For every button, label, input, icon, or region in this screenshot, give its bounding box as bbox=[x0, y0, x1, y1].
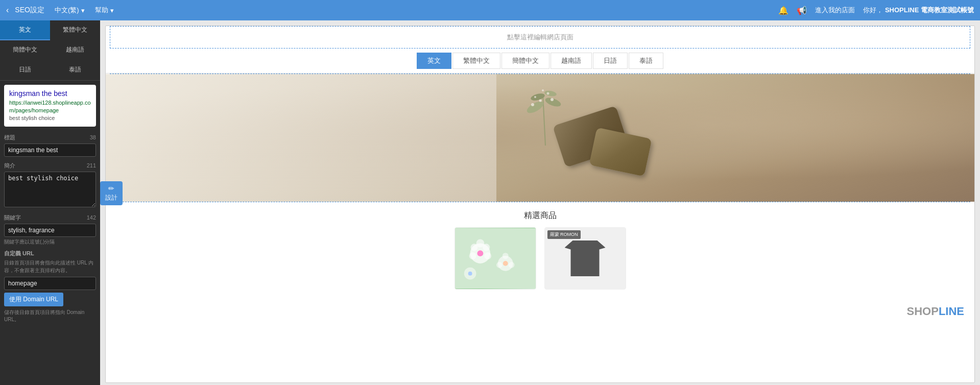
design-button[interactable]: ✏ 設計 bbox=[100, 181, 123, 205]
url-hint: 目錄首頁項目將會指向此描述性 URL 內容，不會跟著主頁排程內容。 bbox=[4, 259, 96, 274]
main-layout: 英文 繁體中文 簡體中文 越南語 日語 泰語 kingsman the best… bbox=[0, 20, 980, 385]
lang-tabs: 英文 繁體中文 簡體中文 越南語 日語 泰語 bbox=[0, 20, 100, 81]
page-title: SEO設定 bbox=[15, 6, 44, 15]
topbar-nav-help-label: 幫助 bbox=[95, 6, 108, 15]
keyword-input[interactable] bbox=[4, 224, 96, 237]
svg-point-21 bbox=[496, 262, 502, 268]
pencil-icon: ✏ bbox=[108, 184, 114, 192]
svg-point-17 bbox=[483, 244, 490, 251]
sidebar-lang-tab-th[interactable]: 泰語 bbox=[50, 60, 100, 80]
svg-point-5 bbox=[531, 103, 534, 106]
product-img-flowers bbox=[455, 228, 536, 289]
product-badge: 羅蒙 ROMON bbox=[547, 230, 581, 239]
topbar-nav-lang[interactable]: 中文(繁) ▾ bbox=[55, 6, 85, 15]
sidebar-lang-tab-vi[interactable]: 越南語 bbox=[50, 40, 100, 60]
svg-point-16 bbox=[470, 244, 477, 251]
preview-lang-tab-vi[interactable]: 越南語 bbox=[551, 53, 592, 69]
keyword-count: 142 bbox=[87, 214, 96, 221]
svg-point-8 bbox=[551, 98, 554, 101]
topbar-right: 🔔 📢 進入我的店面 你好， SHOPLINE 電商教室測試帳號 bbox=[778, 6, 974, 15]
title-section: 標題 38 bbox=[0, 131, 100, 159]
domain-note: 儲存後目錄首頁項目將指向 Domain URL。 bbox=[4, 309, 96, 323]
desc-section: 簡介 211 best stylish choice bbox=[0, 159, 100, 211]
flowers-svg bbox=[455, 228, 536, 289]
preview-lang-tab-ja[interactable]: 日語 bbox=[593, 53, 628, 69]
desc-count: 211 bbox=[87, 162, 96, 169]
svg-point-14 bbox=[469, 252, 476, 259]
svg-point-2 bbox=[544, 96, 562, 108]
svg-rect-11 bbox=[455, 228, 536, 289]
svg-point-1 bbox=[525, 99, 545, 115]
sidebar-lang-tab-ja[interactable]: 日語 bbox=[0, 60, 50, 80]
svg-point-22 bbox=[508, 262, 514, 268]
svg-point-25 bbox=[468, 272, 472, 276]
featured-section-title: 精選商品 bbox=[106, 202, 974, 227]
title-input[interactable] bbox=[4, 143, 96, 157]
preview-lang-tab-zh-hans[interactable]: 簡體中文 bbox=[501, 53, 549, 69]
sidebar-lang-tab-zh-hant[interactable]: 繁體中文 bbox=[50, 20, 100, 40]
topbar-nav: 中文(繁) ▾ 幫助 ▾ bbox=[55, 6, 114, 15]
product-img-tshirt: 羅蒙 ROMON bbox=[545, 228, 626, 289]
title-count: 38 bbox=[90, 134, 96, 140]
seo-preview-desc: best stylish choice bbox=[9, 114, 91, 122]
user-name: SHOPLINE 電商教室測試帳號 bbox=[885, 6, 974, 14]
svg-point-9 bbox=[547, 92, 549, 95]
shopline-logo: SHOPLINE bbox=[907, 305, 964, 318]
back-button[interactable]: ‹ bbox=[6, 6, 9, 15]
url-input[interactable] bbox=[4, 277, 96, 290]
preview-lang-tabs: 英文 繁體中文 簡體中文 越南語 日語 泰語 bbox=[106, 49, 974, 74]
enter-store-link[interactable]: 進入我的店面 bbox=[815, 6, 855, 15]
tshirt-shape bbox=[565, 240, 606, 276]
preview-edit-bar[interactable]: 點擊這裡編輯網店頁面 bbox=[110, 26, 970, 49]
svg-point-7 bbox=[534, 96, 536, 98]
domain-url-button[interactable]: 使用 Domain URL bbox=[4, 293, 63, 306]
product-card-tshirt: 羅蒙 ROMON bbox=[544, 227, 626, 290]
design-btn-label: 設計 bbox=[105, 194, 117, 202]
shopline-shop: SHOP bbox=[907, 305, 939, 318]
sidebar: 英文 繁體中文 簡體中文 越南語 日語 泰語 kingsman the best… bbox=[0, 20, 100, 385]
seo-preview-url: https://ianwei128.shoplineapp.com/pages/… bbox=[9, 99, 91, 115]
preview-products: 羅蒙 ROMON bbox=[106, 227, 974, 300]
title-label: 標題 38 bbox=[4, 134, 96, 141]
user-greeting: 你好， SHOPLINE 電商教室測試帳號 bbox=[863, 6, 974, 15]
product-card-flowers bbox=[455, 227, 536, 290]
preview-frame: 點擊這裡編輯網店頁面 英文 繁體中文 簡體中文 越南語 日語 泰語 bbox=[105, 26, 975, 383]
sidebar-lang-tab-zh-hans[interactable]: 簡體中文 bbox=[0, 40, 50, 60]
keyword-section: 關鍵字 142 關鍵字應以逗號(,)分隔 bbox=[0, 211, 100, 248]
desc-label: 簡介 211 bbox=[4, 162, 96, 170]
svg-point-23 bbox=[503, 261, 508, 266]
topbar-nav-lang-label: 中文(繁) bbox=[55, 6, 79, 15]
preview-lang-tab-zh-hant[interactable]: 繁體中文 bbox=[452, 53, 500, 69]
url-label: 自定義 URL bbox=[4, 250, 96, 257]
seo-preview-title: kingsman the best bbox=[9, 89, 91, 99]
preview-lang-tab-en[interactable]: 英文 bbox=[417, 53, 451, 69]
content-area: ✏ 設計 點擊這裡編輯網店頁面 英文 繁體中文 簡體中文 越南語 日語 泰語 bbox=[100, 20, 980, 385]
svg-line-0 bbox=[543, 94, 545, 146]
svg-point-6 bbox=[539, 100, 542, 102]
svg-point-18 bbox=[477, 250, 483, 256]
sidebar-lang-tab-en[interactable]: 英文 bbox=[0, 20, 50, 40]
svg-point-15 bbox=[484, 252, 491, 259]
topbar: ‹ SEO設定 中文(繁) ▾ 幫助 ▾ 🔔 📢 進入我的店面 你好， SHOP… bbox=[0, 0, 980, 20]
svg-point-10 bbox=[542, 89, 544, 91]
hero-fabric bbox=[106, 74, 496, 202]
notification-icon[interactable]: 🔔 bbox=[778, 6, 788, 15]
shopline-line: LINE bbox=[939, 305, 964, 318]
svg-point-20 bbox=[502, 253, 508, 259]
hero-stone-2 bbox=[589, 127, 652, 176]
keyword-hint: 關鍵字應以逗號(,)分隔 bbox=[4, 238, 96, 246]
chevron-down-icon: ▾ bbox=[81, 7, 85, 14]
preview-hero bbox=[106, 74, 974, 202]
keyword-label: 關鍵字 142 bbox=[4, 214, 96, 222]
shopline-logo-area: SHOPLINE bbox=[106, 300, 974, 323]
seo-preview: kingsman the best https://ianwei128.shop… bbox=[4, 85, 96, 127]
topbar-nav-help[interactable]: 幫助 ▾ bbox=[95, 6, 114, 15]
preview-lang-tab-th[interactable]: 泰語 bbox=[629, 53, 663, 69]
url-section: 自定義 URL 目錄首頁項目將會指向此描述性 URL 內容，不會跟著主頁排程內容… bbox=[0, 248, 100, 326]
broadcast-icon[interactable]: 📢 bbox=[797, 6, 807, 15]
svg-point-4 bbox=[544, 90, 557, 97]
chevron-down-icon: ▾ bbox=[110, 7, 114, 14]
desc-textarea[interactable]: best stylish choice bbox=[4, 172, 96, 207]
